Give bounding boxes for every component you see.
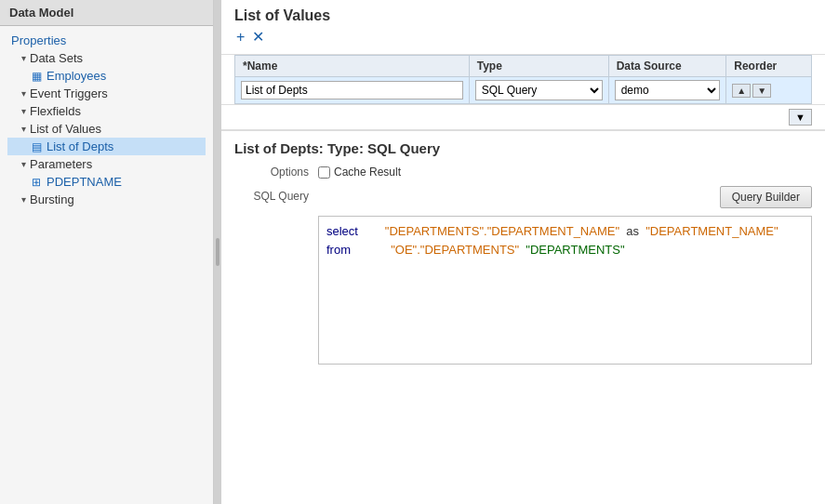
arrow-icon: ▾: [17, 106, 30, 116]
lov-table-wrapper: *Name Type Data Source Reorder SQL Quer: [221, 55, 825, 104]
add-button[interactable]: +: [234, 30, 246, 45]
flexfields-label: Flexfields: [30, 104, 81, 118]
select-keyword: select: [326, 224, 358, 238]
delete-button[interactable]: ✕: [250, 30, 266, 45]
sql-schema-table: "OE"."DEPARTMENTS": [391, 243, 519, 257]
bursting-label: Bursting: [30, 192, 74, 206]
data-sets-label: Data Sets: [30, 51, 83, 65]
options-label: Options: [234, 166, 309, 179]
sidebar-item-flexfields[interactable]: ▾ Flexfields: [7, 102, 206, 120]
sidebar-item-parameters[interactable]: ▾ Parameters: [7, 155, 206, 173]
param-icon: ⊞: [28, 176, 45, 189]
sql-content: Query Builder select "DEPARTMENTS"."DEPA…: [318, 186, 812, 365]
reorder-down-button[interactable]: ▼: [752, 84, 771, 98]
sidebar-item-properties[interactable]: Properties: [7, 32, 206, 49]
lov-section-title: List of Values: [234, 7, 812, 24]
sidebar-item-list-of-depts[interactable]: ▤ List of Depts: [7, 138, 206, 155]
cache-result-checkbox[interactable]: [318, 166, 330, 179]
col-header-name: *Name: [235, 56, 470, 77]
sidebar-item-bursting[interactable]: ▾ Bursting: [7, 191, 206, 208]
detail-title: List of Depts: Type: SQL Query: [234, 140, 812, 156]
sql-column-ref: "DEPARTMENTS"."DEPARTMENT_NAME": [385, 224, 619, 238]
query-builder-button[interactable]: Query Builder: [720, 186, 812, 208]
row-type-cell[interactable]: SQL Query Fixed Data View Object HTTP Fe…: [469, 77, 608, 104]
toolbar: + ✕: [234, 30, 812, 45]
list-of-values-label: List of Values: [30, 122, 101, 136]
sidebar-item-event-triggers[interactable]: ▾ Event Triggers: [7, 85, 206, 102]
from-keyword: from: [326, 243, 351, 257]
sql-table-alias: "DEPARTMENTS": [526, 243, 624, 257]
sql-query-label: SQL Query: [234, 186, 309, 203]
event-triggers-label: Event Triggers: [30, 86, 108, 100]
lov-section: List of Values + ✕ *Name Type Data Sourc…: [221, 0, 825, 104]
col-header-reorder: Reorder: [726, 56, 812, 77]
sql-as-keyword: as: [626, 224, 639, 238]
sidebar-item-data-sets[interactable]: ▾ Data Sets: [7, 49, 206, 67]
sql-row: SQL Query Query Builder select "DEPARTME…: [234, 186, 812, 365]
col-header-type: Type: [469, 56, 608, 77]
cache-result-label: Cache Result: [334, 166, 401, 179]
sidebar-item-list-of-values[interactable]: ▾ List of Values: [7, 120, 206, 138]
parameters-label: Parameters: [30, 157, 92, 171]
arrow-icon: ▾: [17, 159, 30, 169]
arrow-icon: ▾: [17, 194, 30, 205]
name-input[interactable]: [241, 81, 463, 99]
sidebar-title: Data Model: [0, 0, 213, 26]
splitter-handle: [216, 238, 220, 266]
sidebar: Data Model Properties ▾ Data Sets ▦ Empl…: [0, 0, 214, 504]
arrow-icon: ▾: [17, 88, 30, 99]
row-name-cell[interactable]: [235, 77, 470, 104]
sidebar-item-employees[interactable]: ▦ Employees: [7, 67, 206, 85]
lov-icon: ▤: [28, 140, 45, 153]
reorder-up-button[interactable]: ▲: [732, 84, 751, 98]
col-header-datasource: Data Source: [608, 56, 726, 77]
pdeptname-label: PDEPTNAME: [47, 175, 122, 189]
properties-label: Properties: [11, 33, 66, 47]
sidebar-item-pdeptname[interactable]: ⊞ PDEPTNAME: [7, 173, 206, 191]
row-reorder-cell: ▲ ▼: [726, 77, 812, 104]
list-of-depts-label: List of Depts: [47, 139, 113, 153]
lov-header: List of Values + ✕: [221, 0, 825, 55]
splitter[interactable]: [214, 0, 221, 504]
reorder-buttons: ▲ ▼: [732, 84, 805, 98]
sql-display[interactable]: select "DEPARTMENTS"."DEPARTMENT_NAME" a…: [318, 216, 812, 365]
sql-alias: "DEPARTMENT_NAME": [645, 224, 778, 238]
type-select[interactable]: SQL Query Fixed Data View Object HTTP Fe…: [475, 80, 603, 100]
options-row: Options Cache Result: [234, 166, 812, 179]
lov-table: *Name Type Data Source Reorder SQL Quer: [234, 55, 812, 104]
table-row: SQL Query Fixed Data View Object HTTP Fe…: [235, 77, 812, 104]
table-icon: ▦: [28, 70, 45, 83]
row-datasource-cell[interactable]: demo: [608, 77, 726, 104]
main-content: List of Values + ✕ *Name Type Data Sourc…: [221, 0, 825, 504]
datasource-select[interactable]: demo: [615, 80, 721, 100]
arrow-icon: ▾: [17, 53, 30, 63]
detail-section: List of Depts: Type: SQL Query Options C…: [221, 129, 825, 374]
employees-label: Employees: [47, 69, 106, 83]
collapse-arrow-button[interactable]: ▼: [789, 109, 812, 126]
arrow-icon: ▾: [17, 124, 30, 134]
